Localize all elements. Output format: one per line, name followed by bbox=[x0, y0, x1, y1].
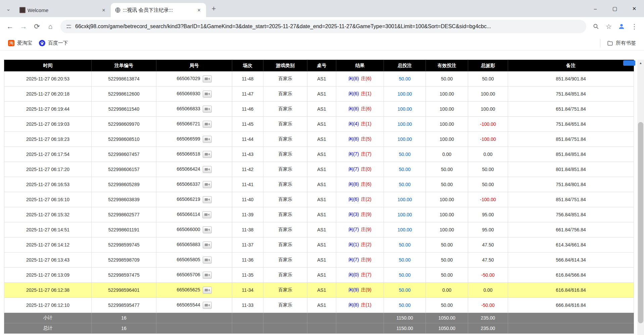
table-row: 2025-11-27 06:19:44 522998611540 6650668… bbox=[4, 102, 634, 117]
empty-cell bbox=[307, 323, 336, 334]
cell-result: 闲(7)庄(0) bbox=[336, 162, 384, 177]
tab-close-icon[interactable]: ✕ bbox=[195, 6, 203, 14]
cell-payout: 50.00 bbox=[468, 177, 508, 192]
back-button[interactable]: ← bbox=[3, 20, 17, 33]
result-banker: 庄(0) bbox=[361, 166, 371, 172]
cell-payout: 0.00 bbox=[468, 147, 508, 162]
replay-video-button[interactable] bbox=[203, 226, 212, 233]
replay-video-button[interactable] bbox=[203, 241, 212, 248]
site-info-tune-icon[interactable] bbox=[66, 23, 72, 30]
cell-total-bet-link[interactable]: 100.00 bbox=[384, 192, 426, 207]
cell-result: 闲(3)庄(9) bbox=[336, 207, 384, 222]
new-tab-button[interactable]: + bbox=[209, 4, 219, 14]
cell-valid-bet: 50.00 bbox=[426, 298, 468, 313]
cell-total-bet-link[interactable]: 50.00 bbox=[384, 147, 426, 162]
all-bookmarks-label: 所有书签 bbox=[616, 40, 636, 46]
table-row: 2025-11-27 06:16:53 522998605289 6650663… bbox=[4, 177, 634, 192]
table-row: 2025-11-27 06:16:10 522998603839 6650662… bbox=[4, 192, 634, 207]
replay-video-button[interactable] bbox=[203, 287, 212, 294]
cell-table-no: AS1 bbox=[307, 253, 336, 268]
replay-video-button[interactable] bbox=[202, 211, 211, 218]
bookmark-taobao[interactable]: 淘 爱淘宝 bbox=[5, 38, 36, 48]
cell-total-bet-link[interactable]: 100.00 bbox=[384, 87, 426, 102]
globe-favicon-icon bbox=[115, 7, 121, 13]
cell-total-bet-link[interactable]: 100.00 bbox=[384, 117, 426, 132]
tab-strip: ⌄ Welcome ✕ :::视讯 会员下注纪录::: ✕ + – ▢ ✕ bbox=[0, 0, 644, 17]
close-window-button[interactable]: ✕ bbox=[625, 0, 644, 17]
tab-betrecord[interactable]: :::视讯 会员下注纪录::: ✕ bbox=[111, 3, 206, 17]
tab-search-chevron-icon[interactable]: ⌄ bbox=[3, 4, 13, 14]
cell-total-bet-link[interactable]: 50.00 bbox=[384, 298, 426, 313]
partially-visible-blue-button[interactable] bbox=[623, 60, 635, 66]
maximize-button[interactable]: ▢ bbox=[605, 0, 625, 17]
result-player: 闲(1) bbox=[348, 242, 359, 247]
replay-video-button[interactable] bbox=[203, 136, 212, 143]
cell-valid-bet: 50.00 bbox=[426, 237, 468, 253]
result-player: 闲(7) bbox=[348, 227, 359, 232]
cell-total-bet-link[interactable]: 50.00 bbox=[384, 253, 426, 268]
round-id-text: 665066000 bbox=[177, 227, 200, 232]
cell-round-id: 665066114 bbox=[156, 207, 232, 222]
tab-welcome[interactable]: Welcome ✕ bbox=[15, 3, 111, 17]
cell-total-bet-link[interactable]: 50.00 bbox=[384, 71, 426, 87]
cell-payout: 47.50 bbox=[468, 237, 508, 253]
result-banker: 庄(2) bbox=[361, 242, 371, 247]
cell-total-bet-link[interactable]: 100.00 bbox=[384, 132, 426, 147]
cell-total-bet-link[interactable]: 50.00 bbox=[384, 237, 426, 253]
replay-video-button[interactable] bbox=[203, 91, 212, 98]
empty-cell bbox=[307, 313, 336, 323]
result-player: 闲(6) bbox=[348, 91, 359, 96]
all-bookmarks-button[interactable]: 所有书签 bbox=[604, 38, 639, 48]
scrollbar-thumb[interactable] bbox=[638, 122, 643, 323]
tab-close-icon[interactable]: ✕ bbox=[100, 6, 107, 14]
scrollbar-up-arrow-icon[interactable]: ▲ bbox=[637, 60, 644, 66]
result-player: 闲(8) bbox=[348, 106, 359, 111]
profile-avatar-icon[interactable] bbox=[615, 20, 628, 33]
cell-remark: 616.84/566.84 bbox=[508, 268, 634, 283]
replay-video-button[interactable] bbox=[203, 181, 212, 188]
address-bar[interactable]: 66cxkj98.com/game/betrecord_search/kind3… bbox=[60, 20, 586, 33]
cell-total-bet-link[interactable]: 100.00 bbox=[384, 222, 426, 237]
replay-video-button[interactable] bbox=[203, 272, 212, 279]
replay-video-button[interactable] bbox=[203, 75, 212, 82]
cell-total-bet-link[interactable]: 50.00 bbox=[384, 177, 426, 192]
cell-round-id: 665065883 bbox=[156, 237, 232, 253]
cell-remark: 666.84/616.84 bbox=[508, 298, 634, 313]
empty-cell bbox=[508, 323, 634, 334]
round-id-text: 665065805 bbox=[177, 257, 200, 262]
column-header: 总派彩 bbox=[468, 60, 508, 71]
cell-remark: 751.84/651.84 bbox=[508, 117, 634, 132]
bookmark-baidu[interactable]: 百度一下 bbox=[36, 38, 71, 48]
minimize-button[interactable]: – bbox=[586, 0, 605, 17]
result-banker: 庄(5) bbox=[361, 136, 371, 142]
replay-video-button[interactable] bbox=[203, 166, 212, 173]
browser-menu-icon[interactable]: ⋮ bbox=[628, 20, 641, 33]
forward-button[interactable]: → bbox=[17, 20, 30, 33]
cell-game-type: 百家乐 bbox=[263, 298, 307, 313]
replay-video-button[interactable] bbox=[203, 106, 212, 113]
page-scrollbar[interactable]: ▲ ▼ bbox=[637, 60, 644, 335]
cell-valid-bet: 0.00 bbox=[426, 283, 468, 298]
zoom-icon[interactable] bbox=[590, 20, 602, 33]
cell-total-bet-link[interactable]: 50.00 bbox=[384, 268, 426, 283]
empty-cell bbox=[263, 323, 307, 334]
cell-valid-bet: 50.00 bbox=[426, 177, 468, 192]
replay-video-button[interactable] bbox=[203, 151, 212, 158]
reload-button[interactable]: ⟳ bbox=[30, 20, 44, 33]
url-text[interactable]: 66cxkj98.com/game/betrecord_search/kind3… bbox=[75, 23, 491, 30]
replay-video-button[interactable] bbox=[203, 196, 212, 203]
replay-video-button[interactable] bbox=[203, 257, 212, 264]
result-player: 闲(6) bbox=[348, 197, 359, 202]
cell-valid-bet: 100.00 bbox=[426, 117, 468, 132]
bookmark-star-icon[interactable]: ☆ bbox=[602, 20, 615, 33]
empty-cell bbox=[263, 313, 307, 323]
cell-game-type: 百家乐 bbox=[263, 192, 307, 207]
cell-total-bet-link[interactable]: 50.00 bbox=[384, 283, 426, 298]
cell-total-bet-link[interactable]: 100.00 bbox=[384, 207, 426, 222]
home-button[interactable]: ⌂ bbox=[44, 20, 57, 33]
round-id-text: 665066721 bbox=[177, 121, 200, 126]
cell-total-bet-link[interactable]: 100.00 bbox=[384, 102, 426, 117]
replay-video-button[interactable] bbox=[203, 302, 212, 309]
cell-total-bet-link[interactable]: 50.00 bbox=[384, 162, 426, 177]
replay-video-button[interactable] bbox=[203, 121, 212, 128]
